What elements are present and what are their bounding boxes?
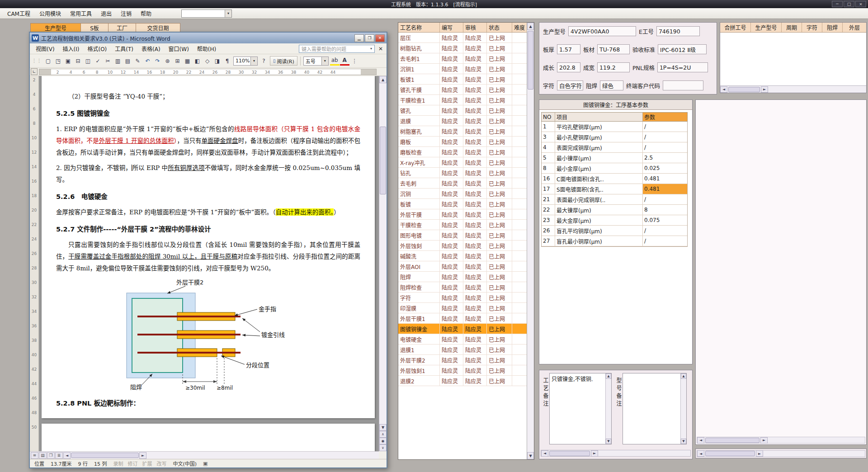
param-value[interactable]: / <box>643 132 687 142</box>
param-row[interactable]: 5 最小镍厚(μm) 2.5 <box>542 153 687 163</box>
combine-column-header[interactable]: 字符 <box>802 23 822 32</box>
word-horizontal-scrollbar[interactable]: ≡ ▤ ❐ ≣ ◄ ► <box>30 451 379 459</box>
process-row[interactable]: 外层干膜1 陆应灵 陆应灵 已上网 <box>398 313 527 324</box>
app-menu-item[interactable]: 公用模块 <box>35 8 66 19</box>
combine-column-header[interactable]: 阻焊 <box>822 23 843 32</box>
word-menu-item[interactable]: 表格(A) <box>137 43 165 54</box>
process-row[interactable]: 沉铜 陆应灵 陆应灵 已上网 <box>398 189 527 199</box>
acceptance-standard-value[interactable]: IPC-6012 Ⅱ级 <box>658 44 707 54</box>
document-map-icon[interactable]: ◨ <box>212 56 222 66</box>
scrollbar-thumb[interactable] <box>549 451 590 456</box>
word-titlebar[interactable]: W 工艺流程制做相关要求V3.0 (只读) - Microsoft Word ▁… <box>30 33 387 43</box>
highlight-icon[interactable]: ab <box>330 56 340 66</box>
scrollbar-thumb[interactable] <box>380 127 386 194</box>
document-close-icon[interactable]: ✕ <box>377 46 385 52</box>
process-row[interactable]: 阻焊 陆应灵 陆应灵 已上网 <box>398 272 527 282</box>
process-row[interactable]: 退膜 陆应灵 陆应灵 已上网 <box>398 116 527 126</box>
scroll-down-icon[interactable]: ▼ <box>681 439 686 444</box>
print-preview-icon[interactable]: ◫ <box>83 56 93 66</box>
param-value[interactable]: 2.5 <box>643 153 687 163</box>
pnl-spec-value[interactable]: 1P=4S=2U <box>657 62 708 72</box>
scroll-right-icon[interactable]: ► <box>760 437 768 444</box>
chevron-down-icon[interactable]: ▾ <box>368 47 374 51</box>
param-value[interactable]: / <box>643 142 687 152</box>
word-menu-item[interactable]: 工具(T) <box>111 43 137 54</box>
scroll-left-icon[interactable]: ◄ <box>697 450 704 457</box>
board-material-value[interactable]: TU-768 <box>597 44 630 54</box>
format-painter-icon[interactable]: ✎ <box>133 56 142 66</box>
process-row[interactable]: 碱酸洗 陆应灵 陆应灵 已上网 <box>398 251 527 261</box>
process-row[interactable]: 干膜检查 陆应灵 陆应灵 已上网 <box>398 220 527 230</box>
grid-column-header[interactable]: 交货日期 <box>136 23 180 32</box>
note-vertical-scrollbar[interactable]: ▲ ▼ <box>605 373 611 444</box>
param-row[interactable]: 16 C面电镀面积(含孔.. 0.481 <box>542 174 687 184</box>
word-vertical-scrollbar[interactable]: ▲ ▼ ∧ ◉ ∨ <box>379 76 387 451</box>
process-row[interactable]: 磨板检查 陆应灵 陆应灵 已上网 <box>398 147 527 157</box>
word-menu-item[interactable]: 窗口(W) <box>165 43 193 54</box>
web-view-icon[interactable]: ▤ <box>39 452 47 459</box>
process-row[interactable]: 树脂钻孔 陆应灵 陆应灵 已上网 <box>398 43 527 53</box>
spelling-icon[interactable]: ✓ <box>93 56 103 66</box>
app-menu-item[interactable]: CAM工程 <box>3 8 35 19</box>
print-layout-view-icon[interactable]: ❐ <box>47 452 55 459</box>
insert-excel-icon[interactable]: ▦ <box>183 56 192 66</box>
param-row[interactable]: 27 盲孔最小铜厚(μm) / <box>542 236 687 246</box>
process-row[interactable]: 层压 陆应灵 陆应灵 已上网 <box>398 33 527 43</box>
process-row[interactable]: 退膜1 陆应灵 陆应灵 已上网 <box>398 345 527 355</box>
scroll-up-icon[interactable]: ▲ <box>606 373 611 379</box>
process-row[interactable]: 图形电镀 陆应灵 陆应灵 已上网 <box>398 230 527 241</box>
columns-icon[interactable]: ◧ <box>193 56 202 66</box>
zoom-select[interactable]: 110% ▾ <box>233 57 258 66</box>
process-row[interactable]: 外层蚀刻 陆应灵 陆应灵 已上网 <box>398 241 527 251</box>
ruler-strip[interactable]: 2468101214161820222426283032343638404244 <box>39 69 377 75</box>
app-menu-item[interactable]: 常用工具 <box>66 8 96 19</box>
grid-column-header[interactable]: S板 <box>81 23 108 32</box>
document-page-next[interactable] <box>42 424 375 451</box>
e-number-value[interactable]: 746190 <box>656 26 700 36</box>
next-page-icon[interactable]: ∨ <box>379 444 387 451</box>
app-minimize-button[interactable]: ─ <box>832 1 843 7</box>
param-value[interactable]: 8 <box>643 205 687 215</box>
param-row[interactable]: 4 表面完成铜厚(μm) / <box>542 142 687 153</box>
process-row[interactable]: 钻孔 陆应灵 陆应灵 已上网 <box>398 168 527 178</box>
browse-object-icon[interactable]: ◉ <box>379 438 387 444</box>
scroll-up-icon[interactable]: ▲ <box>681 373 686 379</box>
previous-page-icon[interactable]: ∧ <box>379 431 387 438</box>
process-row[interactable]: X-ray冲孔 陆应灵 陆应灵 已上网 <box>398 157 527 168</box>
process-row[interactable]: 印湿膜 陆应灵 陆应灵 已上网 <box>398 303 527 313</box>
horizontal-ruler[interactable]: ∟ 24681012141618202224262830323436384042… <box>30 68 387 76</box>
font-color-icon[interactable]: A <box>340 56 349 66</box>
toolbar-grip[interactable]: ⋮⋮ <box>32 58 42 64</box>
scroll-up-icon[interactable]: ▲ <box>527 23 534 30</box>
process-row[interactable]: 阻焊检查 陆应灵 陆应灵 已上网 <box>398 282 527 293</box>
scroll-right-icon[interactable]: ► <box>591 450 598 457</box>
document-page[interactable]: （2）干膜型号备注 “YQ-40 干膜”； 5.2.5 图镀铜镍金 1. ERP… <box>42 76 375 418</box>
param-value[interactable]: / <box>643 122 687 132</box>
param-row[interactable]: 3 最小孔壁铜厚(μm) / <box>542 132 687 142</box>
process-row[interactable]: 外层干膜 陆应灵 陆应灵 已上网 <box>398 209 527 220</box>
params-column-header-item[interactable]: 项目 <box>555 113 643 121</box>
word-menu-item[interactable]: 插入(I) <box>59 43 84 54</box>
outline-view-icon[interactable]: ≣ <box>55 452 63 459</box>
param-row[interactable]: 22 最大镍厚(μm) 8 <box>542 205 687 215</box>
undo-icon[interactable]: ↶ <box>143 56 152 66</box>
help-search-input[interactable]: 键入需要帮助的问题 ▾ <box>299 45 375 53</box>
tab-selector[interactable]: ∟ <box>31 68 38 75</box>
process-row[interactable]: 电镀硬金 陆应灵 陆应灵 已上网 <box>398 334 527 345</box>
copy-icon[interactable]: ▥ <box>113 56 123 66</box>
param-value[interactable]: 0.481 <box>643 184 687 194</box>
app-menu-item[interactable]: 帮助 <box>136 8 156 19</box>
params-column-header-value[interactable]: 参数 <box>643 113 687 121</box>
app-close-button[interactable]: × <box>855 1 866 7</box>
scroll-right-icon[interactable]: ► <box>139 452 146 459</box>
silkscreen-value[interactable]: 白色字符 <box>557 80 583 90</box>
process-row[interactable]: 外层AOI 陆应灵 陆应灵 已上网 <box>398 261 527 272</box>
process-row[interactable]: 去毛刺1 陆应灵 陆应灵 已上网 <box>398 53 527 64</box>
scrollbar-thumb[interactable] <box>728 87 760 92</box>
word-menu-item[interactable]: 帮助(H) <box>193 43 220 54</box>
word-minimize-button[interactable]: ▁ <box>354 34 364 42</box>
param-value[interactable]: 0.025 <box>643 163 687 173</box>
process-row[interactable]: 图镀铜镍金 陆应灵 陆应灵 已上网 <box>398 324 527 334</box>
process-row[interactable]: 板镀 陆应灵 陆应灵 已上网 <box>398 199 527 209</box>
scroll-down-icon[interactable]: ▼ <box>606 439 611 444</box>
